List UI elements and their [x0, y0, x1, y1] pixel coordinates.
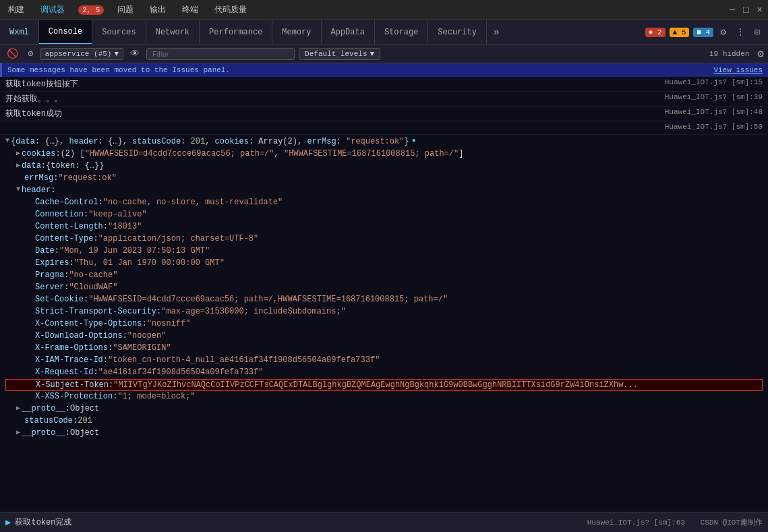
more-options-icon[interactable]: ⋮: [733, 25, 748, 39]
tree-node-server: Server: "CloudWAF": [5, 282, 763, 294]
tree-node-proto2[interactable]: ▶ __proto__: Object: [5, 427, 763, 440]
tab-security[interactable]: Security: [428, 20, 487, 45]
log-source[interactable]: Huawei_IOT.js? [sm]:39: [665, 93, 763, 101]
tree-node-xcto: X-Content-Type-Options: "nosniff": [5, 318, 763, 330]
tree-toggle-proto2[interactable]: ▶: [16, 428, 20, 436]
service-selector[interactable]: appservice (#5) ▼: [40, 48, 123, 60]
tree-root-line[interactable]: ▼ {data: {…}, header: {…}, statusCode: 2…: [5, 136, 763, 148]
tab-appdata[interactable]: AppData: [322, 20, 375, 45]
tab-wxml[interactable]: Wxml: [0, 20, 39, 45]
warn-count-badge[interactable]: ▲ 5: [670, 28, 690, 37]
log-line: Huawei_IOT.js? [sm]:50: [0, 121, 768, 135]
issues-menu[interactable]: 问题: [115, 3, 136, 17]
maximize-button[interactable]: □: [743, 5, 748, 16]
console-content: Some messages have been moved to the Iss…: [0, 63, 768, 512]
hidden-count: 19 hidden: [709, 50, 753, 58]
filter-input[interactable]: [146, 48, 295, 60]
dock-icon[interactable]: ⊡: [752, 25, 763, 39]
bottom-bar: ▶ 获取token完成 Huawei_IOT.js? [sm]:63 CSDN …: [0, 512, 768, 532]
tree-node-statuscode: statusCode: 201: [5, 415, 763, 427]
build-menu[interactable]: 构建: [5, 3, 27, 17]
log-source[interactable]: Huawei_IOT.js? [sm]:15: [665, 78, 763, 86]
tree-toggle[interactable]: ▼: [5, 137, 9, 144]
log-text: 开始获取。。。: [5, 93, 659, 105]
tree-node-xtrace: X-IAM-Trace-Id: "token_cn-north-4_null_a…: [5, 355, 763, 367]
output-menu[interactable]: 输出: [147, 3, 169, 17]
tree-node-sts: Strict-Transport-Security: "max-age=3153…: [5, 306, 763, 318]
bottom-source[interactable]: Huawei_IOT.js? [sm]:63: [587, 519, 685, 527]
tree-node-pragma: Pragma: "no-cache": [5, 270, 763, 282]
tree-node-xreqid: X-Request-Id: "ae4161af34f1908d56504a09f…: [5, 367, 763, 379]
level-selector[interactable]: Default levels ▼: [299, 48, 380, 60]
tree-node-cache-control: Cache-Control: "no-cache, no-store, must…: [5, 197, 763, 209]
tree-root-content: {data: {…}, header: {…}, statusCode: 201…: [11, 137, 409, 146]
tree-toggle-header[interactable]: ▼: [16, 185, 20, 193]
attribution: CSDN @IOT趣制作: [701, 519, 763, 527]
tree-node-xfo: X-Frame-Options: "SAMEORIGIN": [5, 343, 763, 355]
log-text: 获取token成功: [5, 108, 659, 119]
log-line: 获取token成功 Huawei_IOT.js? [sm]:48: [0, 107, 768, 121]
clear-console-icon[interactable]: 🚫: [4, 47, 21, 61]
tree-node-connection: Connection: "keep-alive": [5, 209, 763, 221]
tree-node-proto1[interactable]: ▶ __proto__: Object: [5, 403, 763, 415]
tree-toggle-data[interactable]: ▶: [16, 161, 20, 169]
tree-node-date: Date: "Mon, 19 Jun 2023 07:50:13 GMT": [5, 245, 763, 258]
tree-node-header[interactable]: ▼ header:: [5, 185, 763, 197]
tab-console[interactable]: Console: [39, 20, 92, 45]
log-line: 开始获取。。。 Huawei_IOT.js? [sm]:39: [0, 92, 768, 107]
close-button[interactable]: ×: [757, 5, 763, 16]
console-settings-icon[interactable]: ⚙: [757, 47, 764, 61]
tab-icons: ● 2 ▲ 5 ■ 4 ⚙ ⋮ ⊡: [645, 25, 768, 39]
debug-badge: 2, 5: [78, 5, 104, 15]
console-toolbar: 🚫 ⊘ appservice (#5) ▼ 👁 Default levels ▼…: [0, 45, 768, 63]
prompt-icon: ▶: [5, 516, 11, 528]
tree-toggle-proto1[interactable]: ▶: [16, 404, 20, 412]
eye-icon[interactable]: 👁: [127, 47, 142, 61]
tree-node-expires: Expires: "Thu, 01 Jan 1970 00:00:00 GMT": [5, 258, 763, 270]
bottom-log-text: 获取token完成: [15, 516, 71, 528]
tab-performance[interactable]: Performance: [200, 20, 272, 45]
tree-node-data[interactable]: ▶ data: {token: {…}}: [5, 160, 763, 173]
tree-view: ▼ {data: {…}, header: {…}, statusCode: 2…: [0, 135, 768, 441]
code-quality-menu[interactable]: 代码质量: [212, 3, 249, 17]
tab-memory[interactable]: Memory: [272, 20, 321, 45]
tree-node-xdo: X-Download-Options: "noopen": [5, 330, 763, 343]
tree-node-content-type: Content-Type: "application/json; charset…: [5, 233, 763, 245]
bottom-right: Huawei_IOT.js? [sm]:63 CSDN @IOT趣制作: [587, 517, 763, 527]
root-badge: ●: [412, 137, 416, 144]
banner-text: Some messages have been moved to the Iss…: [7, 66, 230, 74]
tree-node-xxss: X-XSS-Protection: "1; mode=block;": [5, 391, 763, 403]
error-count-badge[interactable]: ● 2: [645, 28, 666, 37]
tab-sources[interactable]: Sources: [92, 20, 146, 45]
terminal-menu[interactable]: 终端: [179, 3, 201, 17]
view-issues-link[interactable]: View issues: [713, 66, 763, 74]
info-count-badge[interactable]: ■ 4: [693, 28, 713, 37]
tab-bar: Wxml Console Sources Network Performance…: [0, 20, 768, 45]
tree-node-xsubjecttoken-highlighted[interactable]: X-Subject-Token: "MIIVTgYJKoZIhvcNAQcCoI…: [5, 379, 763, 391]
tree-node-cookies[interactable]: ▶ cookies: (2) ["HWWAFSESID=d4cdd7ccce69…: [5, 148, 763, 160]
top-bar: 构建 调试器 2, 5 问题 输出 终端 代码质量 ─ □ ×: [0, 0, 768, 20]
window-controls: ─ □ ×: [730, 5, 763, 16]
debug-menu[interactable]: 调试器: [38, 3, 67, 17]
tab-storage[interactable]: Storage: [375, 20, 428, 45]
log-source[interactable]: Huawei_IOT.js? [sm]:50: [665, 123, 763, 131]
info-banner: Some messages have been moved to the Iss…: [0, 63, 768, 77]
tree-toggle-cookies[interactable]: ▶: [16, 149, 20, 157]
minimize-button[interactable]: ─: [730, 5, 735, 16]
bottom-left: ▶ 获取token完成: [5, 516, 71, 528]
log-source[interactable]: Huawei_IOT.js? [sm]:48: [665, 108, 763, 116]
tab-network[interactable]: Network: [146, 20, 200, 45]
log-line: 获取token按钮按下 Huawei_IOT.js? [sm]:15: [0, 77, 768, 92]
more-tabs-button[interactable]: »: [487, 27, 506, 38]
log-text: 获取token按钮按下: [5, 78, 659, 90]
filter-icon[interactable]: ⊘: [25, 47, 36, 61]
tree-node-content-length: Content-Length: "18013": [5, 221, 763, 233]
settings-icon[interactable]: ⚙: [717, 25, 728, 39]
tree-node-set-cookie: Set-Cookie: "HWWAFSESID=d4cdd7ccce69acac…: [5, 294, 763, 306]
tree-node-errmsg: errMsg: "request:ok": [5, 173, 763, 185]
